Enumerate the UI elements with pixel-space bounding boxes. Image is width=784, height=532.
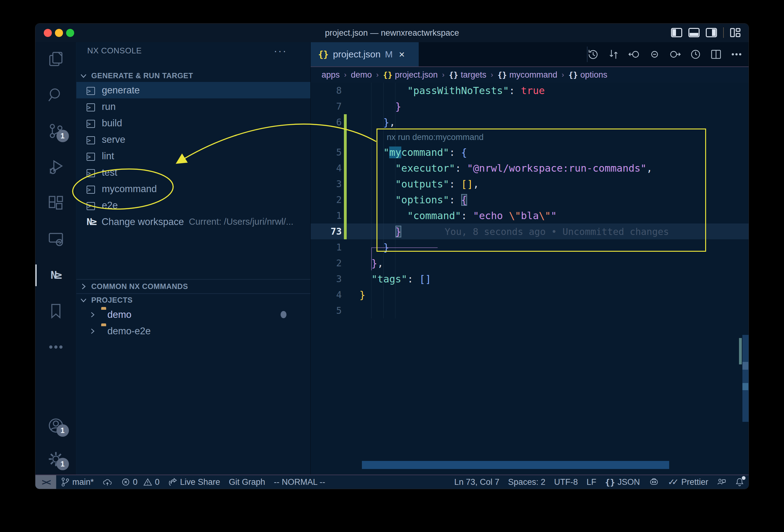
code-line: 7 } bbox=[311, 99, 749, 114]
status-label: LF bbox=[587, 477, 596, 487]
status-git-branch[interactable]: main* bbox=[56, 475, 98, 489]
sidebar-item-change-workspace[interactable]: N≥Change workspaceCurrent: /Users/juri/n… bbox=[76, 214, 310, 230]
panel-bottom-icon[interactable] bbox=[689, 28, 700, 37]
sidebar-item-run[interactable]: >_run bbox=[76, 99, 310, 115]
status-encoding[interactable]: UTF-8 bbox=[550, 475, 582, 489]
run-debug-activity-item[interactable] bbox=[48, 159, 64, 175]
item-label: run bbox=[102, 101, 116, 112]
status-label: Git Graph bbox=[229, 477, 265, 487]
status-problems[interactable]: 00 bbox=[117, 475, 164, 489]
sidebar-item-e2e[interactable]: >_e2e bbox=[76, 197, 310, 214]
prev-change-icon[interactable] bbox=[628, 49, 640, 60]
status-live-share[interactable]: Live Share bbox=[164, 475, 224, 489]
search-icon bbox=[48, 87, 64, 103]
breadcrumb-item-apps[interactable]: apps bbox=[321, 70, 340, 80]
layout-controls bbox=[671, 27, 740, 38]
settings-gear-activity-item[interactable]: 1 bbox=[48, 451, 64, 467]
line-number: 2 bbox=[311, 258, 342, 269]
status-label: -- NORMAL -- bbox=[274, 477, 325, 487]
modified-line-bar bbox=[344, 208, 347, 223]
modified-line-bar bbox=[344, 160, 347, 176]
modified-line-bar bbox=[344, 192, 347, 208]
status-copilot[interactable] bbox=[644, 475, 664, 489]
breadcrumb-separator: › bbox=[375, 71, 380, 79]
breadcrumb-item-mycommand[interactable]: {}mycommand bbox=[498, 70, 557, 80]
extensions-activity-item[interactable] bbox=[48, 195, 64, 211]
files-activity-item[interactable] bbox=[48, 51, 64, 67]
window-title: project.json — newnxreactwrkspace bbox=[35, 24, 749, 42]
modified-line-bar bbox=[344, 114, 347, 130]
remote-explorer-activity-item[interactable] bbox=[48, 231, 64, 247]
sidebar-more-actions-icon[interactable]: ··· bbox=[274, 45, 287, 57]
timeline-icon[interactable] bbox=[587, 49, 599, 60]
sidebar-item-test[interactable]: >_test bbox=[76, 164, 310, 180]
status-language-mode[interactable]: {}JSON bbox=[600, 475, 644, 489]
status-notifications[interactable] bbox=[731, 475, 749, 489]
bookmarks-activity-item[interactable] bbox=[48, 303, 64, 319]
section-projects[interactable]: PROJECTS bbox=[76, 294, 310, 306]
status-vim-mode[interactable]: -- NORMAL -- bbox=[270, 475, 329, 489]
breadcrumb-item-targets[interactable]: {}targets bbox=[449, 70, 486, 80]
status-publish[interactable] bbox=[98, 475, 117, 489]
breadcrumb-item-project-json[interactable]: {}project.json bbox=[383, 70, 438, 80]
split-editor-icon[interactable] bbox=[710, 49, 722, 60]
compare-changes-icon[interactable] bbox=[608, 49, 619, 60]
timer-icon[interactable] bbox=[690, 49, 701, 60]
more-activity-item[interactable] bbox=[48, 339, 64, 355]
bookmarks-icon bbox=[48, 303, 64, 319]
nx-console-activity-item[interactable]: N≥ bbox=[48, 267, 64, 283]
status-eol[interactable]: LF bbox=[582, 475, 601, 489]
feedback-icon bbox=[717, 477, 726, 487]
cloud-upload-icon bbox=[103, 477, 112, 487]
files-icon bbox=[48, 51, 64, 67]
breadcrumb-separator: › bbox=[441, 71, 446, 79]
next-change-icon[interactable] bbox=[669, 49, 681, 60]
panel-right-icon[interactable] bbox=[706, 28, 717, 37]
horizontal-scrollbar[interactable] bbox=[362, 461, 669, 469]
status-cursor-position[interactable]: Ln 73, Col 7 bbox=[450, 475, 504, 489]
chevron-down-icon bbox=[80, 296, 87, 304]
status-remote-indicator[interactable]: >< bbox=[35, 475, 56, 489]
project-item-demo-e2e[interactable]: demo-e2e bbox=[76, 323, 310, 339]
status-label: Live Share bbox=[180, 477, 220, 487]
sidebar-item-build[interactable]: >_build bbox=[76, 115, 310, 131]
change-icon[interactable] bbox=[649, 49, 661, 60]
account-activity-item[interactable]: 1 bbox=[48, 417, 64, 433]
customize-layout-icon[interactable] bbox=[730, 28, 740, 37]
sidebar-item-mycommand[interactable]: >_mycommand bbox=[76, 180, 310, 197]
chevron-right-icon[interactable] bbox=[89, 311, 96, 318]
search-activity-item[interactable] bbox=[48, 87, 64, 103]
breadcrumb-item-demo[interactable]: demo bbox=[351, 70, 372, 80]
item-label: generate bbox=[102, 85, 140, 96]
line-number: 4 bbox=[311, 289, 342, 300]
panel-left-icon[interactable] bbox=[671, 28, 682, 37]
status-label: UTF-8 bbox=[554, 477, 578, 487]
extensions-icon bbox=[48, 195, 64, 211]
branch-icon bbox=[60, 477, 70, 487]
breadcrumb-item-options[interactable]: {}options bbox=[568, 70, 608, 80]
status-feedback[interactable] bbox=[712, 475, 731, 489]
line-number: 73 bbox=[311, 226, 342, 237]
more-actions-icon[interactable] bbox=[731, 49, 743, 60]
status-label: 0 bbox=[133, 477, 138, 487]
status-prettier[interactable]: ✓✓Prettier bbox=[664, 475, 712, 489]
item-label: mycommand bbox=[102, 184, 157, 195]
status-bar: ><main*00Live ShareGit Graph-- NORMAL --… bbox=[35, 475, 749, 489]
tab-project-json[interactable]: {} project.json M × bbox=[311, 42, 419, 66]
status-git-graph[interactable]: Git Graph bbox=[224, 475, 270, 489]
chevron-right-icon[interactable] bbox=[89, 328, 96, 335]
project-item-demo[interactable]: demo bbox=[76, 306, 310, 323]
source-control-activity-item[interactable]: 1 bbox=[48, 123, 64, 139]
section-generate-run-target[interactable]: GENERATE & RUN TARGET bbox=[76, 69, 310, 82]
sidebar-item-serve[interactable]: >_serve bbox=[76, 131, 310, 148]
badge: 1 bbox=[56, 458, 69, 470]
section-common-nx-commands[interactable]: COMMON NX COMMANDS bbox=[76, 279, 310, 294]
close-tab-icon[interactable]: × bbox=[399, 49, 405, 60]
modified-indicator: M bbox=[385, 49, 393, 60]
sidebar-item-lint[interactable]: >_lint bbox=[76, 148, 310, 164]
vertical-scrollbar[interactable] bbox=[743, 335, 749, 422]
status-indentation[interactable]: Spaces: 2 bbox=[504, 475, 550, 489]
sidebar-item-generate[interactable]: >_generate bbox=[76, 82, 310, 99]
breadcrumb-separator: › bbox=[561, 71, 565, 79]
editor-group: {} project.json M × apps›demo›{}project.… bbox=[311, 42, 749, 475]
